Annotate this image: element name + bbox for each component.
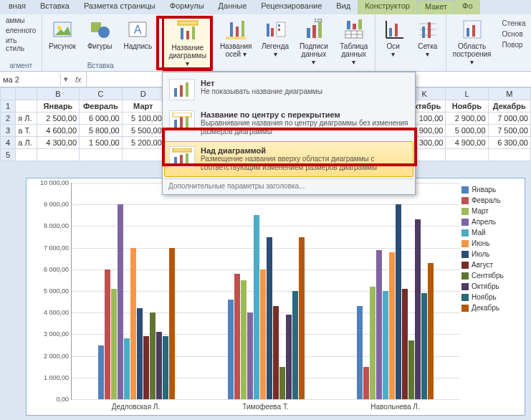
svg-point-3 — [98, 27, 110, 38]
plot-area-icon — [461, 18, 484, 41]
dd-more-options[interactable]: Дополнительные параметры заголовка... — [164, 178, 413, 193]
chart-floor-button[interactable]: Основ — [499, 29, 529, 39]
tab-home[interactable]: вная — [1, 0, 33, 14]
data-labels-button[interactable]: 123Подписиданных ▾ — [296, 16, 332, 68]
side-item-2[interactable]: еленного — [3, 26, 39, 35]
overlay-icon — [169, 110, 195, 132]
svg-rect-9 — [192, 27, 195, 39]
svg-rect-52 — [186, 153, 188, 164]
name-box[interactable]: ма 2 — [0, 74, 61, 85]
svg-text:A: A — [134, 24, 142, 36]
group-background — [449, 68, 529, 70]
legend-icon — [264, 18, 287, 41]
plot-area-button[interactable]: Областьпостроения ▾ — [449, 16, 495, 68]
svg-rect-23 — [347, 21, 350, 29]
svg-rect-18 — [278, 29, 280, 31]
svg-rect-44 — [186, 82, 188, 97]
tab-chart-layout[interactable]: Макет — [417, 0, 455, 14]
dd-option-overlay[interactable]: Название по центру с перекрытиемВыравнив… — [164, 105, 413, 141]
svg-rect-8 — [186, 31, 189, 39]
svg-rect-42 — [174, 88, 177, 97]
tab-layout-page[interactable]: Разметка страницы — [77, 0, 163, 14]
tab-view[interactable]: Вид — [329, 0, 358, 14]
svg-rect-49 — [173, 148, 191, 152]
svg-rect-17 — [278, 24, 280, 27]
chart-legend: ЯнварьФевральМартАпрельМайИюньИюльАвгуст… — [460, 183, 519, 411]
svg-rect-16 — [277, 22, 285, 37]
chart-plot-area: 0,001 000,002 000,003 000,004 000,005 00… — [71, 183, 460, 400]
chart-title-button[interactable]: Названиедиаграммы ▾ — [162, 16, 213, 71]
insert-shapes-button[interactable]: Фигуры — [84, 16, 115, 52]
svg-rect-13 — [226, 37, 246, 39]
namebox-dropdown-icon[interactable]: ▾ — [61, 75, 71, 84]
svg-rect-37 — [422, 27, 425, 38]
svg-rect-33 — [395, 24, 398, 37]
gridlines-button[interactable]: Сетка▾ — [413, 16, 443, 60]
tab-data[interactable]: Данные — [211, 0, 254, 14]
svg-rect-14 — [267, 24, 269, 37]
svg-rect-41 — [472, 25, 475, 37]
svg-rect-7 — [181, 28, 183, 39]
tab-review[interactable]: Рецензирование — [254, 0, 329, 14]
chart-title-icon — [176, 19, 199, 42]
group-fragment: агмент — [3, 60, 39, 70]
tab-formulas[interactable]: Формулы — [163, 0, 211, 14]
data-table-icon — [343, 18, 365, 41]
svg-rect-10 — [230, 22, 233, 37]
axis-title-icon — [224, 18, 247, 41]
axis-titles-button[interactable]: Названияосей ▾ — [217, 16, 254, 60]
axes-button[interactable]: Оси▾ — [378, 16, 408, 60]
svg-rect-40 — [467, 28, 469, 37]
svg-rect-25 — [358, 19, 362, 29]
svg-rect-38 — [428, 22, 431, 38]
svg-rect-45 — [174, 120, 177, 128]
svg-rect-21 — [318, 22, 322, 38]
shapes-icon — [88, 18, 111, 41]
grid-icon — [416, 18, 439, 41]
svg-rect-19 — [307, 28, 310, 38]
side-item-1[interactable]: аммы — [3, 16, 28, 25]
svg-rect-43 — [180, 85, 183, 97]
svg-rect-46 — [180, 117, 183, 128]
svg-text:123: 123 — [314, 18, 322, 23]
tab-chart-design[interactable]: Конструктор — [358, 0, 417, 14]
chart-x-labels: Дедловская Л.Тимофеева Т.Навольнева Л. — [71, 400, 460, 411]
svg-rect-24 — [353, 24, 356, 29]
data-labels-icon: 123 — [302, 18, 325, 41]
embedded-chart[interactable]: 0,001 000,002 000,003 000,004 000,005 00… — [26, 178, 525, 416]
svg-rect-48 — [173, 113, 191, 117]
chart-rotation-button[interactable]: Повор — [499, 40, 529, 49]
chart-title-dropdown: НетНе показывать название диаграммы Назв… — [162, 72, 416, 195]
ribbon-tabs: вная Вставка Разметка страницы Формулы Д… — [0, 0, 531, 14]
legend-button[interactable]: Легенда▾ — [259, 16, 292, 60]
tab-chart-format[interactable]: Фо — [455, 0, 479, 14]
tab-insert[interactable]: Вставка — [33, 0, 77, 14]
above-icon — [169, 146, 195, 168]
svg-rect-12 — [241, 21, 244, 37]
dd-option-above[interactable]: Над диаграммойРазмещение названия вверху… — [164, 141, 413, 177]
textbox-icon: A — [126, 18, 149, 41]
group-axes — [378, 68, 443, 70]
fx-icon[interactable]: fx — [71, 75, 86, 84]
group-insert-label: Вставка — [45, 60, 156, 70]
ribbon-bar: аммы еленного ить стиль агмент Рисунок Ф… — [0, 14, 531, 72]
svg-rect-6 — [178, 21, 198, 25]
svg-rect-51 — [180, 155, 183, 164]
svg-rect-15 — [271, 28, 274, 37]
svg-rect-11 — [236, 27, 239, 37]
none-icon — [169, 79, 195, 100]
dd-option-none[interactable]: НетНе показывать название диаграммы — [164, 74, 413, 105]
axes-icon — [382, 18, 405, 41]
data-table-button[interactable]: Таблицаданных ▾ — [336, 16, 372, 68]
insert-textbox-button[interactable]: AНадпись — [120, 16, 156, 52]
insert-picture-button[interactable]: Рисунок — [45, 16, 80, 52]
picture-icon — [51, 18, 74, 41]
svg-rect-32 — [389, 28, 392, 37]
chart-wall-button[interactable]: Стенка — [499, 19, 529, 28]
svg-rect-20 — [312, 25, 316, 38]
svg-rect-50 — [174, 157, 177, 164]
side-item-3[interactable]: ить стиль — [3, 36, 39, 53]
